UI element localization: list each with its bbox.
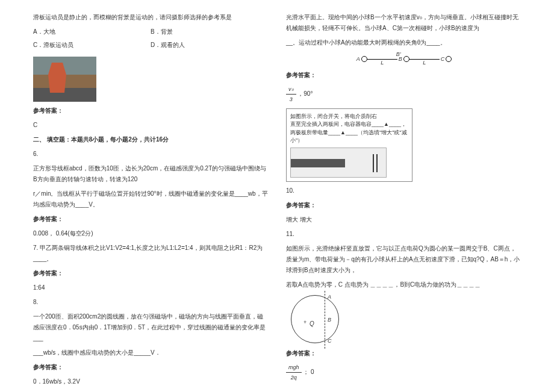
answer-11: mgh 2q ； 0 xyxy=(286,362,521,382)
answer-label-8: 参考答案： xyxy=(33,362,268,373)
answer-5: C xyxy=(33,120,268,131)
diagram-abc: A L B' B L C xyxy=(286,54,521,64)
capacitor-question-box: 如图所示，闭合开关，将电介质削右 直至完全插入两板间，电容器电容____▲___… xyxy=(286,108,412,182)
q6-num: 6. xyxy=(33,149,268,160)
label-pb: B xyxy=(328,315,331,325)
opt-b: B．背景 xyxy=(151,26,268,37)
opt-d: D．观看的人 xyxy=(151,40,268,51)
ball-a-icon xyxy=(361,56,367,62)
answer-9: v₀ 3 ，90° xyxy=(286,84,521,104)
dash-line-icon xyxy=(325,291,325,349)
circle-diagram: + Q A B C xyxy=(291,295,339,343)
q11-line2: 若取A点电势为零，C 点电势为 ＿＿＿＿，B到C电场力做的功为＿＿＿＿ xyxy=(286,279,521,290)
answer-label-10: 参考答案： xyxy=(286,200,521,211)
label-a: A xyxy=(356,54,360,64)
q7: 7. 甲乙两条铜导线体积之比V1:V2=4:1,长度之比为L1:L2=1:4，则… xyxy=(33,243,268,264)
opt-a: A．大地 xyxy=(33,26,151,37)
answer-label-6: 参考答案： xyxy=(33,214,268,225)
answer-10: 增大 增大 xyxy=(286,214,521,225)
q6-line2: r／min。当线框从平行于磁场位置开始转过90°时，线圈中磁通量的变化量是___… xyxy=(33,188,268,210)
label-pc: C xyxy=(328,336,332,346)
answer-6: 0.008， 0.64(每空2分) xyxy=(33,228,268,239)
q6-line1: 正方形导线框abcd，匝数为10匝，边长为20cm，在磁感强度为0.2T的匀强磁… xyxy=(33,163,268,185)
opt-c: C．滑板运动员 xyxy=(33,40,151,51)
label-q: Q xyxy=(310,319,314,329)
q8-line2: ___wb/s，线圈中感应电动势的大小是_____V． xyxy=(33,347,268,358)
frac-v0-3: v₀ 3 xyxy=(286,84,296,104)
label-c: C xyxy=(441,54,445,64)
label-pa: A xyxy=(328,292,331,302)
section-2-title: 二、 填空题：本题共8小题，每小题2分，共计16分 xyxy=(33,134,268,145)
q8-line1: 一个200匝、面积200cm2的圆线圈，放在匀强磁场中，磁场的方向与线圈平面垂直… xyxy=(33,311,268,344)
rope-bc: L xyxy=(409,59,440,60)
q9-cont1: 光滑水平面上。现给中间的小球B一个水平初速度v₀，方向与绳垂直。小球相互碰撞时无… xyxy=(286,12,521,34)
cap-line1: 如图所示，闭合开关，将电介质削右 xyxy=(290,113,408,121)
cap-line3: 两极板所带电量____▲____（均选填"增大"或"减小"） xyxy=(290,129,408,145)
answer-7: 1:64 xyxy=(33,282,268,293)
q8-num: 8. xyxy=(33,297,268,308)
cap-line2: 直至完全插入两板间，电容器电容____▲____， xyxy=(290,120,408,129)
answer-label-7: 参考答案： xyxy=(33,268,268,279)
answer-label-11: 参考答案： xyxy=(286,348,521,359)
capacitor-diagram xyxy=(290,148,387,178)
q5-options: A．大地 B．背景 C．滑板运动员 D．观看的人 xyxy=(33,26,268,53)
q11-num: 11. xyxy=(286,229,521,240)
q10-num: 10. xyxy=(286,185,521,196)
label-bprime: B' xyxy=(396,49,401,59)
answer-label-5: 参考答案： xyxy=(33,105,268,116)
ball-c-icon xyxy=(446,56,452,62)
skateboard-image xyxy=(33,57,96,102)
answer-8: 0．16wb/s，3.2V xyxy=(33,376,268,387)
q9-cont2: __。运动过程中小球A的动能最大时两根绳的夹角θ为____。 xyxy=(286,37,521,48)
ball-b-icon xyxy=(403,56,409,62)
plus-icon: + xyxy=(303,317,307,327)
frac-mgh-2q: mgh 2q xyxy=(286,362,302,382)
q5-stem: 滑板运动员是静止的，而模糊的背景是运动的，请问摄影师选择的参考系是 xyxy=(33,12,268,23)
rope-ab: L xyxy=(367,59,397,60)
q11-line1: 如图所示，光滑绝缘杆竖直放置，它与以正点电荷Q为圆心的某一圆周交于B、C两点，质… xyxy=(286,243,521,276)
answer-label-9: 参考答案： xyxy=(286,70,521,81)
